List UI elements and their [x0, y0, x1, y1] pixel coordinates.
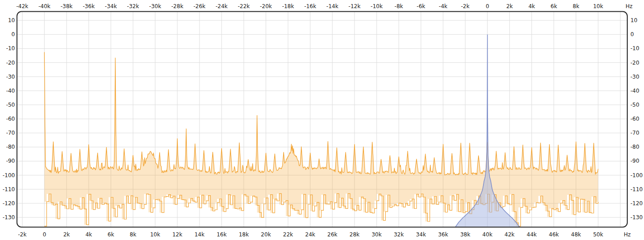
- axis-tick-label: -10: [6, 45, 15, 52]
- axis-tick-label: -50: [6, 102, 15, 108]
- axis-tick-label: 4k: [85, 231, 92, 238]
- axis-tick-label: 6k: [108, 231, 114, 238]
- axis-tick-label: -10: [630, 45, 639, 52]
- axis-tick-label: -16k: [304, 3, 317, 9]
- axis-tick-label: 10: [8, 17, 15, 24]
- axis-tick-label: 10k: [593, 3, 603, 9]
- axis-tick-label: -60: [630, 116, 639, 122]
- axis-tick-label: -130: [3, 214, 15, 221]
- axis-tick-label: 0: [630, 31, 634, 38]
- axis-tick-label: -40: [630, 88, 639, 94]
- axis-tick-label: 2k: [63, 231, 70, 238]
- axis-tick-label: -14k: [327, 3, 339, 9]
- axis-tick-label: -30: [6, 74, 15, 80]
- axis-tick-label: 32k: [394, 231, 404, 238]
- axis-tick-label: -110: [630, 186, 643, 193]
- axis-tick-label: -120: [630, 200, 643, 207]
- axis-tick-label: 20k: [261, 231, 271, 238]
- axis-tick-label: 30k: [372, 231, 382, 238]
- spectrum-plot: -42k-40k-38k-36k-34k-32k-30k-28k-26k-24k…: [0, 0, 644, 240]
- axis-tick-label: 46k: [549, 231, 559, 238]
- axis-tick-label: 0: [11, 31, 15, 38]
- axis-tick-label: -26k: [194, 3, 206, 9]
- axis-tick-label: -38k: [61, 3, 73, 9]
- axis-tick-label: Hz: [624, 231, 630, 238]
- axis-tick-label: 28k: [350, 231, 360, 238]
- axis-tick-label: -28k: [171, 3, 184, 9]
- bottom-axis-labels: -2k02k4k6k8k10k12k14k16k18k20k22k24k26k2…: [18, 231, 631, 238]
- axis-tick-label: 12k: [172, 231, 182, 238]
- axis-tick-label: 0: [486, 3, 489, 9]
- axis-tick-label: -100: [630, 172, 643, 179]
- axis-tick-label: -32k: [127, 3, 139, 9]
- axis-tick-label: 40k: [483, 231, 492, 238]
- axis-tick-label: 8k: [573, 3, 579, 9]
- axis-tick-label: -80: [630, 144, 639, 150]
- axis-tick-label: Hz: [625, 3, 632, 9]
- axis-tick-label: -8k: [394, 3, 403, 9]
- axis-tick-label: -130: [630, 214, 643, 221]
- axis-tick-label: -10k: [371, 3, 383, 9]
- axis-tick-label: -18k: [282, 3, 294, 9]
- axis-tick-label: -90: [630, 158, 639, 164]
- axis-tick-label: -30k: [149, 3, 161, 9]
- axis-tick-label: 36k: [438, 231, 448, 238]
- axis-tick-label: 4k: [528, 3, 535, 9]
- axis-tick-label: 6k: [550, 3, 557, 9]
- axis-tick-label: 14k: [194, 231, 204, 238]
- axis-tick-label: -2k: [18, 231, 27, 238]
- plot-canvas[interactable]: [44, 34, 598, 227]
- axis-tick-label: 26k: [327, 231, 337, 238]
- axis-tick-label: -12k: [349, 3, 361, 9]
- axis-tick-label: 10: [630, 17, 637, 24]
- axis-tick-label: -34k: [105, 3, 117, 9]
- axis-tick-label: -20: [6, 60, 15, 66]
- axis-tick-label: 48k: [571, 231, 581, 238]
- axis-tick-label: -70: [630, 130, 639, 136]
- axis-tick-label: -60: [6, 116, 15, 122]
- axis-tick-label: -100: [3, 172, 15, 179]
- right-axis-labels: 100-10-20-30-40-50-60-70-80-90-100-110-1…: [630, 17, 643, 221]
- axis-tick-label: 0: [43, 231, 46, 238]
- axis-tick-label: -30: [630, 74, 639, 80]
- axis-tick-label: 50k: [593, 231, 603, 238]
- axis-tick-label: 38k: [460, 231, 470, 238]
- axis-tick-label: -2k: [461, 3, 469, 9]
- axis-tick-label: -36k: [83, 3, 95, 9]
- axis-tick-label: 18k: [239, 231, 249, 238]
- axis-tick-label: -40: [6, 88, 15, 94]
- spectrum-trace: [44, 52, 598, 175]
- axis-tick-label: -40k: [38, 3, 51, 9]
- axis-tick-label: -4k: [439, 3, 447, 9]
- axis-tick-label: 2k: [506, 3, 513, 9]
- axis-tick-label: -110: [3, 186, 15, 193]
- axis-tick-label: 24k: [305, 231, 315, 238]
- axis-tick-label: 10k: [150, 231, 160, 238]
- axis-tick-label: -80: [6, 144, 15, 150]
- axis-tick-label: -22k: [238, 3, 250, 9]
- axis-tick-label: -120: [3, 200, 15, 207]
- axis-tick-label: -20k: [260, 3, 272, 9]
- axis-tick-label: 8k: [130, 231, 137, 238]
- axis-tick-label: 44k: [527, 231, 537, 238]
- axis-tick-label: -90: [6, 158, 15, 164]
- axis-tick-label: 42k: [505, 231, 515, 238]
- spectrum-band-fill: [44, 52, 598, 226]
- axis-tick-label: -50: [630, 102, 639, 108]
- axis-tick-label: -20: [630, 60, 639, 66]
- axis-tick-label: -6k: [417, 3, 425, 9]
- axis-tick-label: -70: [6, 130, 15, 136]
- axis-tick-label: -24k: [216, 3, 228, 9]
- axis-tick-label: 22k: [283, 231, 293, 238]
- axis-tick-label: 34k: [416, 231, 426, 238]
- axis-tick-label: -42k: [16, 3, 28, 9]
- top-axis-labels: -42k-40k-38k-36k-34k-32k-30k-28k-26k-24k…: [16, 3, 633, 9]
- axis-tick-label: 16k: [217, 231, 227, 238]
- spectrum-analyzer-screen: -42k-40k-38k-36k-34k-32k-30k-28k-26k-24k…: [0, 0, 644, 240]
- left-axis-labels: 100-10-20-30-40-50-60-70-80-90-100-110-1…: [3, 17, 15, 221]
